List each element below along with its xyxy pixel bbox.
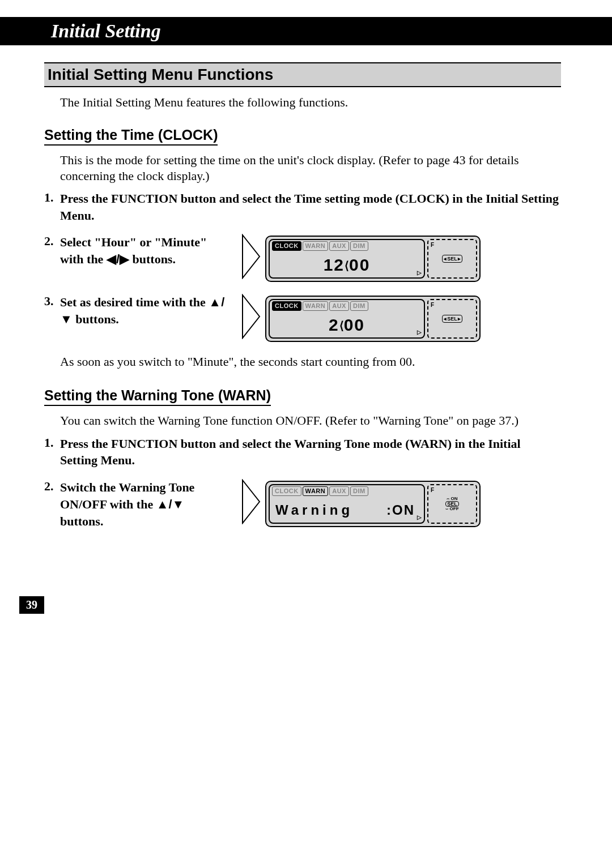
warn-step-1: 1. Press the FUNCTION button and select … (44, 435, 561, 469)
f-label: F (431, 301, 434, 309)
f-label: F (431, 486, 434, 494)
lcd-illustration-2: CLOCK WARN AUX DIM 2⟨00 ▷ F (241, 294, 481, 344)
lcd-screen: CLOCK WARN AUX DIM 12⟨00 ▷ F (265, 236, 481, 282)
lcd-screen: CLOCK WARN AUX DIM Warning :ON ▷ F (265, 481, 481, 527)
lcd-tab-clock: CLOCK (272, 486, 301, 496)
lcd-tab-aux: AUX (329, 301, 349, 311)
lcd-tab-clock: CLOCK (272, 301, 301, 311)
step-number: 3. (44, 294, 60, 309)
warn-title: Setting the Warning Tone (WARN) (44, 387, 271, 406)
lcd-side-panel: F ◂SEL▸ (427, 299, 477, 339)
lcd-side-panel: F ⌢ ON SEL ⌣ OFF (427, 484, 477, 524)
clock-step-3: 3. Set as desired time with the ▲/▼ butt… (44, 294, 561, 344)
pointer-icon (241, 234, 261, 284)
warn-step-2: 2. Switch the Warning Tone ON/OFF with t… (44, 479, 561, 529)
step-number: 1. (44, 190, 60, 205)
clock-title: Setting the Time (CLOCK) (44, 127, 218, 146)
lcd-screen: CLOCK WARN AUX DIM 2⟨00 ▷ F (265, 296, 481, 342)
page-header: Initial Setting (0, 17, 612, 45)
off-label: ⌣ OFF (445, 507, 458, 511)
lcd-time-display: 2⟨00 (270, 314, 424, 337)
f-label: F (431, 241, 434, 249)
step-number: 1. (44, 435, 60, 450)
clock-note: As soon as you switch to "Minute", the s… (60, 354, 561, 370)
pointer-icon (241, 294, 261, 344)
left-right-arrows-icon: ◀/▶ (107, 252, 129, 266)
up-down-arrows-icon: ▲/▼ (156, 497, 185, 511)
lcd-tab-dim: DIM (350, 486, 368, 496)
svg-marker-0 (243, 235, 260, 278)
clock-step-1: 1. Press the FUNCTION button and select … (44, 190, 561, 224)
section-intro: The Initial Setting Menu features the fo… (60, 95, 561, 110)
step-text: Select "Hour" or "Minute" with the ◀/▶ b… (60, 234, 230, 267)
step-number: 2. (44, 479, 60, 494)
clock-desc: This is the mode for setting the time on… (60, 152, 561, 183)
lcd-tab-warn: WARN (303, 301, 329, 311)
play-indicator-icon: ▷ (417, 514, 422, 521)
play-indicator-icon: ▷ (417, 269, 422, 277)
step-text: Set as desired time with the ▲/▼ buttons… (60, 294, 230, 327)
lcd-illustration-3: CLOCK WARN AUX DIM Warning :ON ▷ F (241, 479, 481, 529)
warn-desc: You can switch the Warning Tone function… (60, 413, 561, 429)
play-indicator-icon: ▷ (417, 328, 422, 336)
lcd-tab-clock: CLOCK (272, 241, 301, 251)
clock-step-2: 2. Select "Hour" or "Minute" with the ◀/… (44, 234, 561, 284)
lcd-side-panel: F ◂SEL▸ (427, 239, 477, 279)
lcd-time-display: 12⟨00 (270, 254, 424, 277)
lcd-tab-warn: WARN (303, 241, 329, 251)
step-text: Switch the Warning Tone ON/OFF with the … (60, 479, 230, 529)
lcd-tab-aux: AUX (329, 241, 349, 251)
step-number: 2. (44, 234, 60, 249)
page-number: 39 (19, 596, 44, 614)
lcd-tab-dim: DIM (350, 301, 368, 311)
lcd-warning-value: :ON (386, 501, 415, 519)
svg-marker-1 (243, 295, 260, 338)
lcd-warning-label: Warning (275, 501, 353, 519)
step-text: Press the FUNCTION button and select the… (60, 435, 561, 469)
sel-indicator: ◂SEL▸ (442, 255, 462, 263)
on-label: ⌢ ON (447, 497, 457, 501)
section-title: Initial Setting Menu Functions (44, 62, 561, 87)
svg-marker-2 (243, 480, 260, 523)
sel-indicator: ◂SEL▸ (442, 315, 462, 323)
lcd-tab-aux: AUX (329, 486, 349, 496)
lcd-tab-warn: WARN (303, 486, 329, 496)
lcd-illustration-1: CLOCK WARN AUX DIM 12⟨00 ▷ F (241, 234, 481, 284)
pointer-icon (241, 479, 261, 529)
lcd-tab-dim: DIM (350, 241, 368, 251)
step-text: Press the FUNCTION button and select the… (60, 190, 561, 224)
